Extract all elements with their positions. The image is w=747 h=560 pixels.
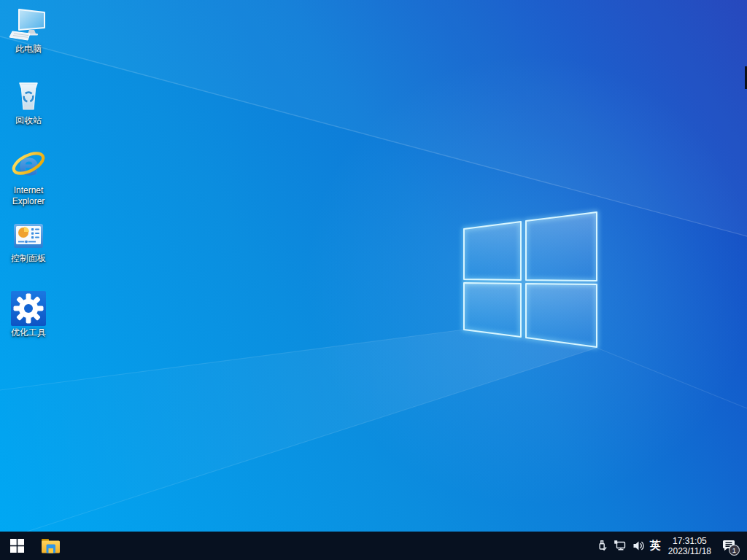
clock-date: 2023/11/18 <box>668 546 711 556</box>
icon-label: Internet Explorer <box>2 185 55 207</box>
volume-icon <box>632 540 645 552</box>
icon-label: 此电脑 <box>15 44 42 55</box>
desktop-icon-this-pc[interactable]: 此电脑 <box>1 7 55 55</box>
network-icon <box>614 540 627 552</box>
icon-label: 控制面板 <box>11 253 46 264</box>
action-center-button[interactable]: 1 <box>717 532 742 560</box>
volume-tray-button[interactable] <box>630 540 648 552</box>
windows-start-icon <box>10 539 24 553</box>
internet-explorer-icon: e <box>9 146 48 184</box>
desktop-icon-recycle-bin[interactable]: 回收站 <box>1 77 55 126</box>
windows-desktop: 此电脑 回收站 e <box>0 0 747 560</box>
taskbar-clock[interactable]: 17:31:05 2023/11/18 <box>665 536 717 556</box>
desktop-icon-internet-explorer[interactable]: e Internet Explorer <box>1 146 55 207</box>
input-method-indicator[interactable]: 英 <box>648 539 665 553</box>
control-panel-icon <box>11 221 46 252</box>
desktop-icon-optimization-tool[interactable]: 优化工具 <box>1 291 55 338</box>
clock-time: 17:31:05 <box>668 536 711 546</box>
network-tray-button[interactable] <box>611 540 630 552</box>
start-button[interactable] <box>0 532 34 560</box>
desktop-icon-control-panel[interactable]: 控制面板 <box>1 221 55 264</box>
icon-label: 回收站 <box>15 115 42 126</box>
this-pc-icon <box>9 7 48 42</box>
desktop-wallpaper <box>0 0 747 560</box>
file-explorer-button[interactable] <box>34 532 67 560</box>
file-explorer-icon <box>41 537 61 554</box>
recycle-bin-icon <box>11 77 46 114</box>
usb-tray-button[interactable] <box>593 540 611 552</box>
usb-icon <box>596 540 608 552</box>
notification-badge: 1 <box>729 545 740 556</box>
icon-label: 优化工具 <box>11 327 46 338</box>
gear-icon <box>11 291 46 326</box>
taskbar: 英 17:31:05 2023/11/18 1 <box>0 532 747 560</box>
system-tray: 英 17:31:05 2023/11/18 1 <box>593 532 747 560</box>
